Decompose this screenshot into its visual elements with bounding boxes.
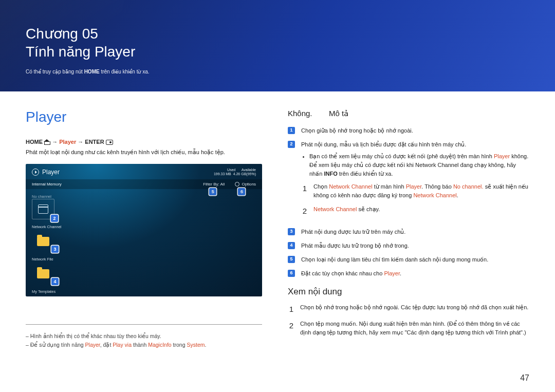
chapter-number: Chương 05	[26, 26, 98, 42]
calendar-icon	[38, 204, 48, 214]
row-badge-4: 4	[288, 242, 295, 249]
gear-icon	[235, 182, 239, 186]
home-icon	[44, 140, 50, 145]
chapter-subtitle: Có thể truy cập bằng nút HOME trên điều …	[26, 69, 529, 74]
left-column: Player HOME → Player → ENTER Phát một lo…	[26, 109, 262, 350]
row2-step-2: 2 Network Channel sẽ chạy.	[301, 205, 529, 217]
ss-network-file-label: Network File	[32, 257, 256, 262]
footnotes: – Hình ảnh hiển thị có thể khác nhau tùy…	[26, 324, 262, 350]
row-badge-1: 1	[288, 127, 295, 134]
view-step-2: 2 Chọn tệp mong muốn. Nội dung xuất hiện…	[288, 320, 529, 338]
ss-options: Options 6	[235, 182, 256, 186]
callout-badge-4: 4	[51, 278, 59, 285]
table-row-2: 2 Phát nội dung, mẫu và lịch biểu được đ…	[288, 140, 529, 222]
view-content-heading: Xem nội dung	[288, 286, 529, 297]
row-badge-6: 6	[288, 270, 295, 277]
play-icon	[32, 169, 39, 176]
col-desc: Mô tả	[329, 109, 348, 118]
callout-badge-3: 3	[51, 246, 59, 253]
section-description: Phát một loạt nội dung như các kênh truy…	[26, 148, 262, 157]
callout-badge-2: 2	[51, 215, 58, 222]
folder-icon	[37, 237, 49, 246]
table-row-5: 5 Chọn loại nội dung làm tiêu chí tìm ki…	[288, 255, 529, 264]
chapter-feature: Tính năng Player	[26, 44, 135, 60]
chapter-hero: Chương 05 Tính năng Player Có thể truy c…	[0, 0, 555, 91]
table-row-4: 4 Phát mẫu được lưu trữ trong bộ nhớ tro…	[288, 241, 529, 250]
ss-network-channel-label: Network Channel	[32, 225, 256, 229]
footnote-1: – Hình ảnh hiển thị có thể khác nhau tùy…	[26, 332, 262, 341]
table-row-6: 6 Đặt các tùy chọn khác nhau cho Player.	[288, 269, 529, 278]
enter-icon	[106, 140, 113, 145]
row2-step-1: 1 Chọn Network Channel từ màn hình Playe…	[301, 182, 529, 200]
right-column: Không. Mô tả 1 Chọn giữa bộ nhớ trong ho…	[288, 109, 529, 350]
chapter-title: Chương 05 Tính năng Player	[26, 25, 529, 61]
ss-tile-network-channel: 3	[32, 231, 54, 252]
table-header: Không. Mô tả	[288, 109, 529, 118]
page-number: 47	[520, 374, 529, 383]
ss-filter: Filter By: All 5	[203, 182, 225, 186]
ss-storage-stats: Used Available 199.33 MB 4.26 GB(95%)	[214, 168, 256, 177]
player-screenshot: Player Used Available 199.33 MB 4.26 GB(…	[26, 164, 262, 296]
row-badge-5: 5	[288, 256, 295, 263]
ss-tile-network-file: 4	[32, 264, 54, 284]
table-row-3: 3 Phát nội dung được lưu trữ trên máy ch…	[288, 228, 529, 236]
ss-no-channel-label: No channel	[32, 194, 256, 199]
view-step-1: 1 Chọn bộ nhớ trong hoặc bộ nhớ ngoài. C…	[288, 303, 529, 315]
section-heading-player: Player	[26, 109, 262, 125]
ss-title: Player	[32, 169, 60, 176]
folder-icon	[37, 269, 49, 278]
nav-path: HOME → Player → ENTER	[26, 139, 262, 145]
ss-tile-no-channel: 2	[32, 199, 54, 219]
row-badge-3: 3	[288, 228, 295, 235]
col-no: Không.	[288, 109, 317, 118]
ss-internal-memory: Internal Memory	[32, 182, 62, 186]
row-badge-2: 2	[288, 141, 295, 148]
footnote-2: – Để sử dụng tính năng Player, đặt Play …	[26, 341, 262, 350]
row2-bullet: Bạn có thể xem liệu máy chủ có được kết …	[309, 152, 529, 178]
ss-my-templates-label: My Templates	[32, 289, 256, 294]
table-row-1: 1 Chọn giữa bộ nhớ trong hoặc bộ nhớ ngo…	[288, 126, 529, 135]
